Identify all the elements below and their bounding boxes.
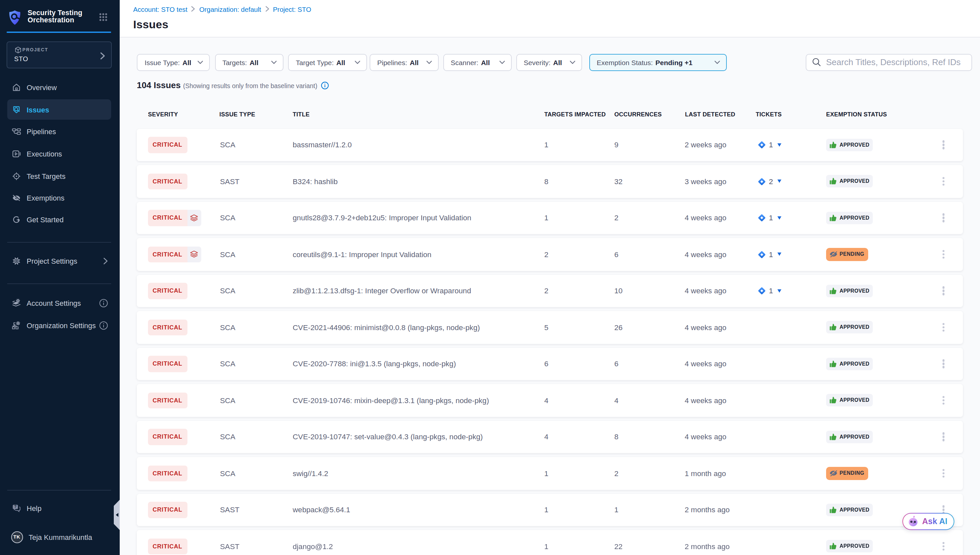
svg-text:?: ? [14, 504, 16, 509]
